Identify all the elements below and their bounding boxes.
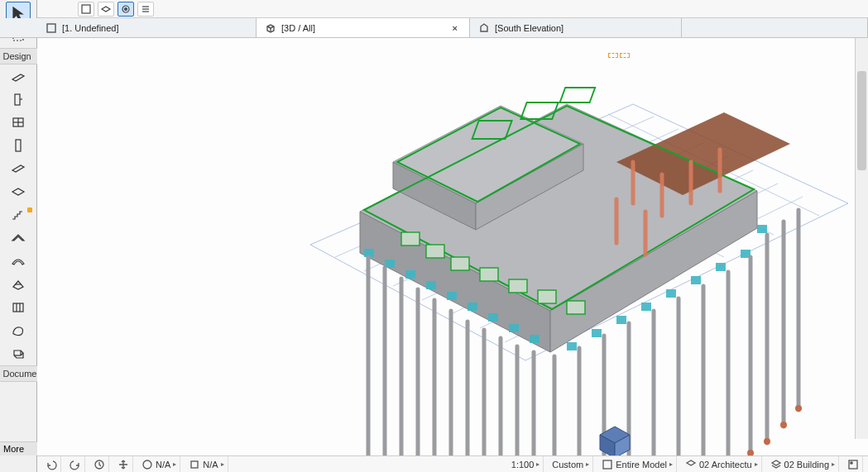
qt-view-icon[interactable] (117, 2, 134, 17)
svg-rect-58 (405, 270, 415, 279)
svg-rect-67 (616, 316, 626, 324)
qt-more-icon[interactable] (137, 2, 154, 17)
svg-point-106 (795, 405, 802, 412)
svg-rect-53 (509, 279, 527, 293)
svg-rect-8 (13, 303, 23, 312)
vertical-scrollbar[interactable] (855, 38, 868, 439)
svg-rect-54 (538, 290, 556, 303)
roof-tool[interactable] (6, 226, 31, 250)
svg-point-115 (851, 461, 852, 463)
tab-label: [South Elevation] (495, 23, 563, 33)
3d-viewport[interactable] (37, 38, 868, 455)
history-button[interactable] (90, 456, 109, 472)
svg-rect-73 (757, 225, 767, 233)
tab-label: [3D / All] (281, 23, 315, 33)
svg-rect-63 (509, 324, 519, 332)
svg-rect-20 (47, 24, 55, 32)
elevation-icon (478, 22, 490, 34)
svg-rect-47 (520, 103, 558, 119)
model-scope-selector[interactable]: Entire Model▸ (598, 456, 677, 472)
scale-selector[interactable]: 1:100▸ (508, 456, 544, 472)
svg-rect-68 (641, 303, 651, 311)
wall-tool[interactable] (6, 64, 31, 88)
svg-rect-6 (16, 140, 21, 151)
document-section-label: Docume (0, 365, 37, 382)
cube-icon (265, 22, 276, 34)
morph-tool[interactable] (6, 319, 31, 342)
qt-layer-icon[interactable] (98, 2, 114, 17)
shell-tool[interactable] (6, 250, 31, 273)
object-tool[interactable] (6, 342, 31, 365)
na-indicator-1[interactable]: N/A▸ (138, 456, 180, 472)
svg-rect-70 (691, 276, 701, 284)
toolbox: Design (0, 0, 37, 472)
layer-combo-2[interactable]: 02 Building▸ (767, 456, 839, 472)
svg-rect-48 (560, 88, 596, 103)
scrollbar-thumb[interactable] (857, 71, 866, 170)
close-icon[interactable]: × (449, 23, 461, 33)
qt-select-icon[interactable] (78, 2, 94, 17)
window-tool[interactable] (6, 111, 31, 134)
column-tool[interactable] (6, 134, 31, 157)
svg-rect-71 (716, 263, 726, 271)
svg-rect-14 (82, 5, 90, 13)
render-button[interactable] (844, 456, 863, 472)
svg-point-111 (143, 460, 151, 469)
zoom-mode-selector[interactable]: Custom▸ (549, 456, 593, 472)
svg-rect-64 (530, 335, 540, 343)
svg-point-103 (747, 450, 754, 455)
svg-rect-112 (191, 461, 198, 468)
svg-point-105 (780, 422, 787, 428)
svg-rect-52 (480, 268, 498, 281)
svg-rect-49 (401, 232, 420, 246)
status-bar: N/A▸ N/A▸ 1:100▸ Custom▸ Entire Model▸ 0… (37, 455, 868, 472)
more-label[interactable]: More (0, 441, 37, 455)
redo-button[interactable] (66, 456, 85, 472)
svg-point-104 (764, 438, 770, 445)
tab-south-elevation[interactable]: [South Elevation] (470, 18, 682, 37)
design-section-label: Design (0, 48, 37, 64)
na-indicator-2[interactable]: N/A▸ (185, 456, 228, 472)
svg-rect-114 (849, 460, 857, 469)
stair-tool[interactable] (6, 203, 31, 226)
svg-rect-113 (603, 460, 611, 469)
layer-combo-1[interactable]: 02 Architectu▸ (682, 456, 762, 472)
beam-tool[interactable] (6, 157, 31, 180)
pan-button[interactable] (114, 456, 133, 472)
tab-undefined[interactable]: [1. Undefined] (37, 18, 257, 37)
svg-rect-66 (592, 329, 602, 337)
svg-rect-51 (451, 257, 469, 270)
tab-overflow[interactable] (682, 18, 868, 37)
tab-3d-all[interactable]: [3D / All] × (257, 18, 470, 37)
door-tool[interactable] (6, 88, 31, 111)
svg-rect-61 (468, 303, 477, 311)
skylight-tool[interactable] (6, 273, 31, 296)
quick-toolbar (37, 0, 868, 18)
tab-label: [1. Undefined] (62, 23, 119, 33)
svg-rect-65 (567, 342, 577, 350)
undo-button[interactable] (42, 456, 61, 472)
svg-rect-62 (488, 313, 498, 322)
svg-rect-60 (447, 292, 457, 300)
svg-point-16 (125, 7, 127, 10)
plan-icon (46, 22, 57, 34)
svg-rect-50 (426, 245, 444, 258)
svg-rect-69 (666, 289, 676, 298)
svg-rect-55 (567, 301, 585, 314)
document-tabs: [1. Undefined] [3D / All] × [South Eleva… (0, 18, 868, 38)
model-canvas (37, 38, 868, 455)
slab-tool[interactable] (6, 180, 31, 203)
svg-rect-59 (426, 281, 436, 289)
svg-rect-1 (15, 94, 20, 105)
curtainwall-tool[interactable] (6, 296, 31, 319)
